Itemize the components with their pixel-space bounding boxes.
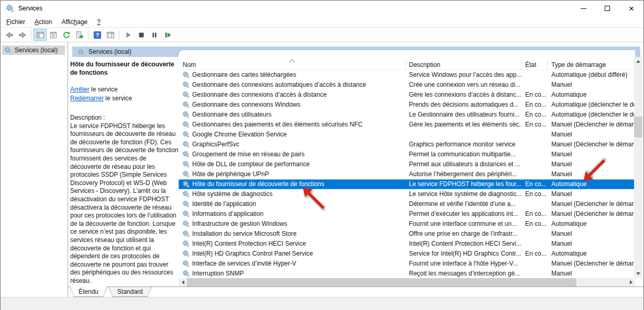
service-description: Intel(R) Content Protection HECI Servi..… — [406, 239, 521, 249]
service-state — [521, 140, 548, 150]
service-state — [521, 269, 548, 279]
restart-service-button[interactable] — [161, 29, 174, 41]
tab-etendu[interactable]: Étendu — [70, 286, 107, 297]
service-row[interactable]: Gestionnaire des connexions Windows Pren… — [179, 100, 635, 110]
export-list-button[interactable] — [73, 29, 86, 41]
service-description: Gère les connexions d’accès à distanc... — [406, 90, 521, 100]
pause-service-button[interactable] — [148, 29, 161, 41]
show-action-pane-button[interactable] — [104, 29, 117, 41]
status-bar — [1, 297, 643, 310]
service-description: Service Windows pour l’accès des app... — [406, 70, 521, 80]
service-row[interactable]: Hôte de périphérique UPnP Autorise l’héb… — [179, 169, 635, 179]
service-row[interactable]: Interruption SNMP Reçoit les messages d’… — [179, 269, 635, 279]
service-row[interactable]: Gestionnaire des connexions automatiques… — [179, 80, 635, 90]
horizontal-scrollbar-thumb[interactable] — [187, 278, 576, 286]
tree-item-services-local[interactable]: Services (local) — [2, 45, 65, 55]
service-name: Hôte de DLL de compteur de performance — [192, 160, 309, 168]
column-header-type-demarrage[interactable]: Type de démarrage — [548, 59, 635, 70]
gear-icon — [182, 260, 190, 267]
service-row[interactable]: Hôte du fournisseur de découverte de fon… — [179, 179, 635, 189]
horizontal-scrollbar[interactable] — [179, 278, 635, 286]
service-name: Intel(R) HD Graphics Control Panel Servi… — [192, 250, 313, 257]
minimize-button[interactable] — [571, 1, 595, 16]
service-description: Le service FDPHOST héberge les four... — [406, 179, 521, 189]
menu-item-fichier[interactable]: Fichier — [2, 17, 30, 27]
help-button[interactable]: ? — [91, 29, 104, 41]
column-header-description[interactable]: Description — [406, 59, 521, 70]
service-row[interactable]: Informations d’application Permet d’exéc… — [179, 209, 635, 219]
service-row[interactable]: Intel(R) Content Protection HECI Service… — [179, 239, 635, 249]
close-button[interactable]: × — [619, 1, 643, 16]
service-row[interactable]: Groupement de mise en réseau de pairs Pe… — [179, 150, 635, 159]
maximize-button[interactable] — [595, 1, 619, 16]
service-name: Interface de services d’invité Hyper-V — [192, 260, 296, 267]
service-name: Identité de l’application — [192, 200, 256, 208]
play-icon — [124, 31, 132, 39]
service-state: En co... — [521, 179, 548, 189]
service-row[interactable]: Infrastructure de gestion Windows Fourni… — [179, 219, 635, 229]
vertical-scrollbar-thumb[interactable] — [634, 117, 642, 137]
gear-icon — [182, 250, 190, 257]
start-service-button[interactable] — [121, 29, 135, 41]
service-action-link-redemarrer[interactable]: Redémarrer — [70, 95, 104, 102]
service-state: En co... — [521, 100, 548, 110]
service-row[interactable]: Gestionnaire des cartes téléchargées Ser… — [179, 70, 635, 80]
service-state: En co... — [521, 90, 548, 100]
view-tabs: ÉtenduStandard — [68, 286, 643, 297]
menu-item-?[interactable]: ? — [92, 17, 105, 27]
service-state — [521, 169, 548, 179]
service-row[interactable]: Gestionnaire des connexions d’accès à di… — [179, 90, 635, 100]
service-row[interactable]: GraphicsPerfSvc Graphics performance mon… — [179, 140, 635, 150]
service-state — [521, 239, 548, 249]
service-state — [521, 159, 548, 169]
service-row[interactable]: Interface de services d’invité Hyper-V F… — [179, 259, 635, 269]
service-description: Gère les paiements et les éléments séc..… — [406, 120, 521, 130]
service-row[interactable]: Identité de l’application Détermine et v… — [179, 199, 635, 209]
service-name: Gestionnaire des connexions automatiques… — [192, 81, 366, 88]
menu-item-action[interactable]: Action — [30, 17, 57, 27]
menu-bar: FichierActionAffichage? — [1, 16, 643, 28]
services-window: Services × FichierActionAffichage? — [0, 0, 644, 310]
column-header-etat[interactable]: État — [521, 59, 548, 70]
refresh-icon — [62, 31, 71, 39]
service-action-link-arreter[interactable]: Arrêter — [70, 86, 90, 93]
back-button[interactable] — [3, 29, 16, 41]
stop-service-button[interactable] — [135, 29, 148, 41]
task-pane-header-label: Services (local) — [88, 48, 131, 55]
service-row[interactable]: Installation du service Microsoft Store … — [179, 229, 635, 239]
properties-button[interactable] — [47, 29, 60, 41]
service-description: Permet d’exécuter les applications int..… — [406, 209, 521, 219]
service-row[interactable]: Intel(R) HD Graphics Control Panel Servi… — [179, 249, 635, 259]
forward-button[interactable] — [16, 29, 29, 41]
service-row[interactable]: Hôte de DLL de compteur de performance P… — [179, 159, 635, 169]
export-list-icon — [75, 31, 84, 39]
gear-icon — [182, 170, 190, 178]
tab-standard[interactable]: Standard — [108, 287, 152, 297]
column-header-nom[interactable]: Nom — [179, 59, 406, 70]
service-description: Détermine et vérifie l’identité d’une a.… — [406, 199, 521, 209]
service-row[interactable]: Google Chrome Elevation Service Manuel — [179, 130, 635, 140]
service-row[interactable]: Hôte système de diagnostics Le service H… — [179, 189, 635, 199]
scroll-down-arrow[interactable] — [634, 269, 642, 278]
service-description: Fournit une interface commune et un... — [406, 219, 521, 229]
window-title: Services — [18, 5, 42, 12]
refresh-button[interactable] — [60, 29, 73, 41]
scroll-up-arrow[interactable] — [634, 57, 642, 66]
service-row[interactable]: Gestionnaire des utilisateurs Le Gestion… — [179, 110, 635, 120]
service-state: En co... — [521, 209, 548, 219]
scroll-right-arrow[interactable] — [627, 278, 635, 286]
scroll-left-arrow[interactable] — [179, 278, 187, 286]
service-state: En co... — [521, 219, 548, 229]
gear-icon — [182, 190, 190, 198]
service-description: Permet aux utilisateurs à distances et .… — [406, 159, 521, 169]
toolbar-separator — [88, 30, 88, 40]
help-icon: ? — [93, 31, 102, 39]
vertical-scrollbar[interactable] — [634, 57, 642, 278]
gear-icon — [182, 270, 190, 277]
service-startup-type: Manuel (Déclencher le démarr — [548, 259, 635, 269]
service-row[interactable]: Gestionnaires des paiements et des éléme… — [179, 120, 635, 130]
service-startup-type: Automatique (déclencher le dé — [548, 110, 635, 120]
service-state — [521, 80, 548, 90]
show-console-tree-button[interactable] — [34, 29, 47, 41]
menu-item-affichage[interactable]: Affichage — [57, 17, 92, 27]
